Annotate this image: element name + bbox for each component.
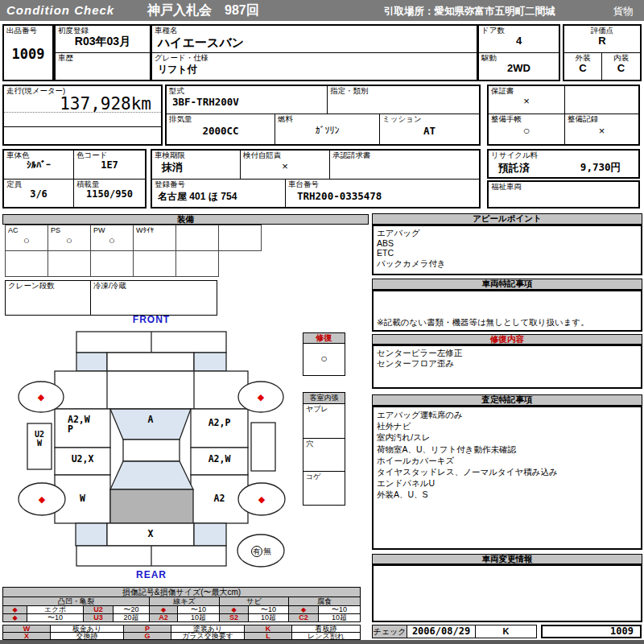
vehicle-notes-header: 車両特記事項	[372, 279, 642, 290]
transmission-cell: ミッション AT	[380, 114, 479, 144]
cabin-tear-label: ヤブレ	[303, 404, 345, 413]
fuel-cell: 燃料 ｶﾞｿﾘﾝ	[275, 114, 380, 144]
legend-code-c2: C2	[288, 613, 319, 622]
wheel-damage-mark-rear-right: ◆	[256, 494, 267, 504]
warranty-cell: 保証書 ×	[489, 86, 565, 114]
lot-number-label: 出品番号	[4, 26, 52, 35]
assessment-line: タイヤスタッドレス、ノーマルタイヤ積み込み	[374, 466, 641, 477]
drive-value: 2WD	[479, 62, 559, 74]
legend-cell: レンズ割れ	[291, 632, 361, 640]
inspection-label: 車検期限	[152, 151, 240, 159]
cabin-burn-label: コゲ	[303, 472, 345, 481]
model-code-label: 型式	[167, 86, 327, 95]
assessment-line: 室内汚れ/スレ	[374, 431, 641, 443]
divider	[4, 112, 161, 113]
doors-value: 4	[479, 35, 559, 47]
score-value: R	[564, 35, 640, 47]
appeal-line: ABS	[374, 238, 641, 249]
legend-cell: 10超	[318, 613, 361, 622]
equipment-cell-empty	[218, 225, 262, 251]
wheel-damage-mark-front-left: ◆	[35, 392, 47, 402]
color-code-label: 色コード	[74, 151, 145, 159]
documents-box: 保証書 × 整備手帳 ○ 整備記録 ×	[487, 85, 640, 146]
panel-rocker-left: U2 W	[27, 430, 52, 448]
legend-code-a2: A2	[149, 613, 178, 622]
first-registration-cell: 初度登録 R03年03月	[56, 26, 150, 53]
chassis-label: 車台番号	[286, 180, 479, 188]
model-name-value: ハイエースバン	[158, 35, 477, 51]
equipment-cell-pw: PW ○	[90, 225, 134, 251]
lift-presence-no: 無	[263, 547, 271, 555]
appeal-header: アピールポイント	[372, 213, 642, 225]
legend-cell: 10超	[248, 613, 289, 622]
legend-cell: 10超	[177, 613, 220, 622]
approval-label: 承認請求書	[330, 151, 479, 159]
transmission-value: AT	[380, 125, 479, 137]
odometer-box: 走行(現メーター) 137,928km	[2, 85, 163, 146]
model-name-cell: 車種名 ハイエースバン	[152, 26, 477, 53]
exterior-cell: 外装 C	[564, 53, 602, 80]
divider	[4, 126, 161, 127]
assessment-line: 社外ナビ	[374, 420, 641, 431]
score-cell: 評価点 R	[564, 26, 640, 53]
equipment-ac-value: ○	[6, 234, 47, 246]
drive-label: 駆動	[479, 53, 559, 62]
odometer-value: 137,928km	[60, 94, 151, 114]
legend-cell: 〜10	[27, 613, 84, 622]
equipment-cell-empty	[133, 250, 176, 277]
history-label: 車歴	[56, 53, 150, 62]
load-label: 積載量	[74, 180, 145, 188]
legend-code-s2: S2	[219, 613, 249, 622]
doors-cell: ドア数 4	[479, 26, 559, 53]
chassis-value: TRH200-0335478	[297, 190, 479, 202]
approval-cell: 承認請求書	[330, 151, 479, 180]
repair-detail-header: 修復内容	[372, 334, 642, 345]
panel-front-door-left: A2,W P	[68, 415, 104, 434]
panel-rear-center: X	[107, 529, 194, 539]
body-color-value: ｼﾙﾊﾞｰ	[4, 159, 73, 171]
check-lot-cell: 1009	[541, 625, 642, 638]
load-cell: 積載量 1150/950	[74, 180, 145, 207]
exterior-label: 外装	[564, 53, 601, 62]
repair-flag-box: ○	[303, 343, 345, 376]
equipment-cell-wtire: Wﾀｲﾔ	[133, 225, 176, 251]
exterior-value: C	[564, 62, 601, 74]
repair-detail-line: センターピラー左修正	[374, 348, 641, 358]
cabin-hole-label: 穴	[303, 439, 345, 448]
insurance-cell: 検付自賠責 ×	[241, 151, 330, 180]
lot-number-value: 1009	[4, 46, 52, 62]
displacement-label: 排気量	[167, 114, 275, 123]
inspection-cell: 車検期限 抹消	[152, 151, 241, 180]
doors-label: ドア数	[479, 26, 559, 35]
chassis-cell: 車台番号 TRH200-0335478	[286, 180, 479, 207]
welfare-label: 福祉車両	[489, 182, 638, 191]
load-value: 1150/950	[74, 188, 145, 200]
interior-value: C	[602, 62, 640, 74]
assessment-line: 外装A、U、S	[374, 489, 641, 500]
doors-drive-box: ドア数 4 駆動 2WD	[477, 24, 560, 81]
grade-label: グレード・仕様	[152, 53, 477, 62]
equipment-pw-value: ○	[91, 234, 133, 246]
wheel-damage-mark-front-right: ◆	[255, 392, 266, 402]
rear-label: REAR	[76, 569, 226, 580]
legend-code-u3: U3	[83, 613, 114, 622]
score-label: 評価点	[564, 26, 640, 35]
auction-title: 神戸入札会 987回	[147, 2, 259, 19]
warranty-label: 保証書	[489, 86, 564, 95]
cabin-tear-cell: ヤブレ	[303, 403, 345, 439]
panel-quarter-left: W	[55, 493, 110, 503]
color-capacity-box: 車体色 ｼﾙﾊﾞｰ 色コード 1E7 定員 3/6 積載量 1150/950	[2, 149, 147, 208]
score-box: 評価点 R 外装 C 内装 C	[563, 24, 642, 81]
assessment-line: 荷物室A、U、リフト付き動作未確認	[374, 444, 641, 455]
brand-logo: Condition Check	[6, 3, 114, 17]
color-code-cell: 色コード 1E7	[74, 151, 145, 180]
interior-label: 内装	[602, 53, 640, 62]
equipment-pw-label: PW	[91, 225, 133, 234]
panel-front-door-right: A2,P	[191, 418, 248, 427]
first-registration-label: 初度登録	[56, 26, 150, 35]
displacement-value: 2000CC	[167, 125, 275, 137]
legend-code-x: X	[2, 632, 51, 640]
maintenance-book-value: ○	[489, 124, 564, 137]
insurance-value: ×	[241, 160, 329, 172]
drive-cell: 駆動 2WD	[479, 53, 559, 80]
